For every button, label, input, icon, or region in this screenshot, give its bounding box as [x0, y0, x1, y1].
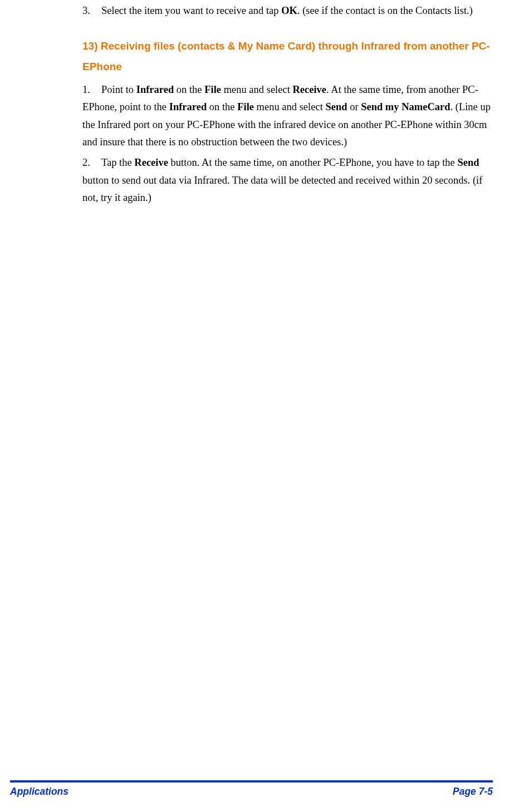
step-text: on the	[174, 84, 204, 95]
page-content: 3.Select the item you want to receive an…	[0, 0, 529, 207]
footer-left: Applications	[10, 786, 68, 798]
step-text: Tap the	[101, 157, 134, 168]
footer-right: Page 7-5	[453, 786, 493, 798]
ok-bold: OK	[281, 5, 297, 16]
bold-file: File	[204, 84, 221, 95]
bold-send: Send	[325, 101, 347, 112]
bold-file: File	[237, 101, 254, 112]
step-number: 3.	[82, 2, 101, 19]
step-text: Select the item you want to receive and …	[101, 5, 281, 16]
bold-send-namecard: Send my NameCard	[361, 101, 450, 112]
step-1: 1.Point to Infrared on the File menu and…	[82, 81, 493, 151]
footer-text: Applications Page 7-5	[10, 786, 493, 798]
step-3: 3.Select the item you want to receive an…	[82, 2, 493, 19]
bold-send: Send	[457, 157, 479, 168]
bold-infrared: Infrared	[169, 101, 207, 112]
bold-receive: Receive	[134, 157, 168, 168]
step-text: Point to	[101, 84, 136, 95]
step-text: button. At the same time, on another PC-…	[168, 157, 457, 168]
step-text: on the	[207, 101, 237, 112]
step-text: menu and select	[254, 101, 325, 112]
step-text: . (see if the contact is on the Contacts…	[297, 5, 473, 16]
step-2: 2.Tap the Receive button. At the same ti…	[82, 154, 493, 206]
footer-line	[10, 780, 493, 783]
step-text: or	[347, 101, 361, 112]
bold-receive: Receive	[292, 84, 326, 95]
section-heading: 13) Receiving files (contacts & My Name …	[82, 36, 493, 76]
step-text: button to send out data via Infrared. Th…	[82, 175, 482, 203]
step-number: 1.	[82, 81, 101, 99]
page-footer: Applications Page 7-5	[0, 780, 529, 798]
step-text: menu and select	[221, 84, 292, 95]
step-number: 2.	[82, 154, 101, 171]
bold-infrared: Infrared	[136, 84, 174, 95]
